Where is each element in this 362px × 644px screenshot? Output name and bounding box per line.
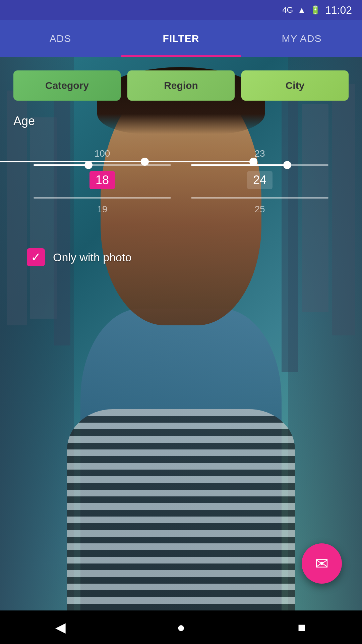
mail-icon: ✉ (315, 554, 328, 573)
signal-icon: ▲ (298, 5, 306, 15)
slider2-thumb: 24 (247, 171, 273, 192)
recent-apps-button[interactable]: ■ (288, 614, 315, 641)
network-icon: 4G (282, 5, 293, 15)
status-time: 11:02 (325, 4, 352, 16)
message-fab-button[interactable]: ✉ (302, 543, 342, 584)
tab-filter[interactable]: FILTER (121, 20, 241, 57)
battery-icon: 🔋 (310, 5, 320, 15)
slider-section: 100 18 19 23 (13, 148, 349, 215)
slider2-top-val: 23 (254, 148, 265, 159)
status-bar: 4G ▲ 🔋 11:02 (0, 0, 362, 20)
slider2-track-top[interactable] (191, 164, 328, 166)
slider1-top-val: 100 (95, 148, 110, 159)
filter-buttons-row: Category Region City (13, 70, 349, 101)
slider1-track-bottom[interactable] (34, 197, 171, 199)
filter-overlay: Category Region City Age 100 18 (0, 57, 362, 266)
home-button[interactable]: ● (168, 614, 194, 641)
bottom-nav: ◀ ● ■ (0, 610, 362, 644)
photo-check-row: ✓ Only with photo (13, 228, 349, 266)
city-button[interactable]: City (241, 70, 349, 101)
slider-min-age: 100 18 19 (34, 148, 171, 215)
slider-max-age: 23 24 25 (191, 148, 328, 215)
tab-my-ads[interactable]: MY ADS (241, 20, 362, 57)
slider1-bottom-val: 19 (97, 204, 107, 215)
status-icons: 4G ▲ 🔋 11:02 (282, 4, 352, 16)
back-button[interactable]: ◀ (47, 614, 74, 641)
tab-bar: ADS FILTER MY ADS (0, 20, 362, 57)
checkmark-icon: ✓ (31, 251, 41, 263)
photo-checkbox[interactable]: ✓ (27, 248, 45, 266)
photo-check-label: Only with photo (53, 251, 131, 264)
slider2-track-bottom[interactable] (191, 197, 328, 199)
tab-ads[interactable]: ADS (0, 20, 121, 57)
main-content: Category Region City Age 100 18 (0, 57, 362, 610)
category-button[interactable]: Category (13, 70, 121, 101)
slider1-current-val: 18 (89, 171, 115, 189)
recent-icon: ■ (298, 620, 306, 635)
region-button[interactable]: Region (127, 70, 235, 101)
slider2-current-val: 24 (247, 171, 273, 189)
slider2-bottom-val: 25 (254, 204, 265, 215)
home-icon: ● (177, 620, 185, 635)
age-label: Age (13, 114, 349, 128)
slider1-thumb: 18 (89, 171, 115, 192)
slider1-track-top[interactable] (34, 164, 171, 166)
back-icon: ◀ (55, 620, 66, 635)
